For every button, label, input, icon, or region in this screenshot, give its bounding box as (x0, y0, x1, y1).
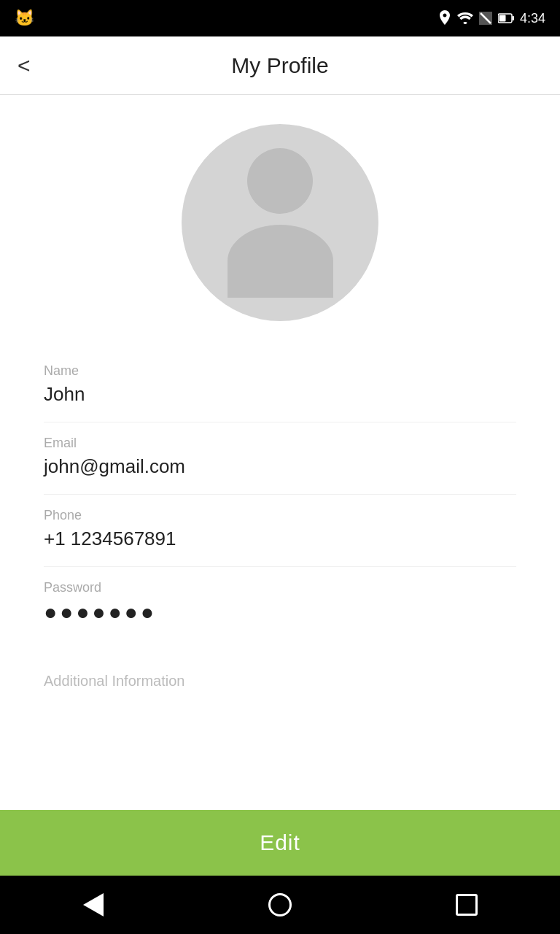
nav-back-button[interactable] (64, 883, 122, 927)
avatar-body (228, 225, 333, 298)
email-value: john@gmail.com (44, 455, 516, 478)
status-bar: 🐱 4:34 (0, 0, 560, 36)
email-field-group: Email john@gmail.com (44, 422, 516, 495)
home-nav-icon (268, 893, 292, 916)
back-button[interactable]: < (18, 53, 47, 78)
avatar-section (0, 95, 560, 343)
nav-recents-button[interactable] (438, 883, 496, 927)
status-time: 4:34 (520, 11, 545, 26)
name-field-group: Name John (44, 350, 516, 422)
back-nav-icon (83, 893, 104, 916)
email-label: Email (44, 436, 516, 451)
signal-icon (479, 12, 492, 25)
name-label: Name (44, 363, 516, 379)
recents-nav-icon (456, 894, 478, 916)
battery-icon (498, 13, 514, 23)
additional-info-section: Additional Information (0, 655, 560, 697)
avatar-placeholder-icon (228, 148, 333, 298)
toolbar: < My Profile (0, 36, 560, 95)
password-label: Password (44, 580, 516, 595)
profile-fields: Name John Email john@gmail.com Phone +1 … (0, 343, 560, 655)
status-bar-left: 🐱 (15, 9, 34, 28)
nav-bar (0, 876, 560, 934)
svg-rect-4 (499, 15, 505, 22)
password-value: ●●●●●●● (44, 600, 516, 625)
password-field-group: Password ●●●●●●● (44, 567, 516, 641)
app-logo-icon: 🐱 (15, 9, 34, 28)
avatar-head (247, 148, 313, 214)
phone-value: +1 1234567891 (44, 528, 516, 550)
svg-rect-3 (512, 16, 514, 20)
location-icon (438, 10, 451, 26)
edit-button[interactable]: Edit (0, 810, 560, 876)
phone-field-group: Phone +1 1234567891 (44, 495, 516, 567)
phone-label: Phone (44, 508, 516, 523)
additional-info-label: Additional Information (44, 673, 516, 690)
avatar[interactable] (182, 124, 378, 321)
content-area: Name John Email john@gmail.com Phone +1 … (0, 95, 560, 810)
name-value: John (44, 383, 516, 406)
page-title: My Profile (47, 53, 513, 78)
status-bar-right: 4:34 (438, 10, 545, 26)
wifi-icon (457, 12, 473, 24)
nav-home-button[interactable] (251, 883, 309, 927)
edit-button-label: Edit (260, 830, 300, 855)
